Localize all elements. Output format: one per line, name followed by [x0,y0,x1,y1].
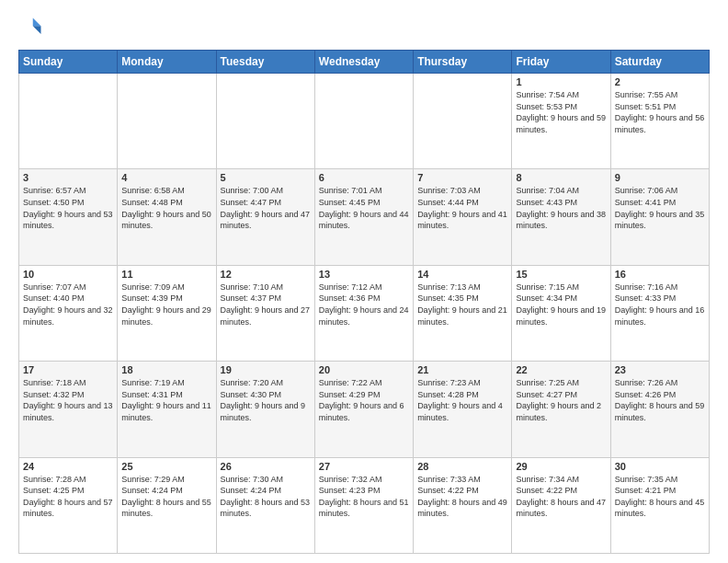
day-number: 29 [516,461,606,472]
day-number: 4 [121,172,211,183]
day-number: 28 [417,461,507,472]
header [18,15,710,40]
day-info: Sunrise: 7:25 AM Sunset: 4:27 PM Dayligh… [516,377,606,423]
day-number: 12 [221,269,311,280]
day-of-week-header: Friday [512,51,610,74]
day-info: Sunrise: 7:35 AM Sunset: 4:21 PM Dayligh… [615,474,705,520]
day-info: Sunrise: 6:58 AM Sunset: 4:48 PM Dayligh… [121,185,211,231]
calendar-cell: 25Sunrise: 7:29 AM Sunset: 4:24 PM Dayli… [118,457,216,553]
day-number: 14 [417,269,507,280]
calendar-cell: 14Sunrise: 7:13 AM Sunset: 4:35 PM Dayli… [414,265,512,361]
calendar-cell: 30Sunrise: 7:35 AM Sunset: 4:21 PM Dayli… [610,457,709,553]
day-info: Sunrise: 7:04 AM Sunset: 4:43 PM Dayligh… [516,185,606,231]
day-number: 27 [319,461,409,472]
day-number: 15 [516,269,606,280]
day-of-week-header: Wednesday [314,51,413,74]
day-number: 5 [221,172,311,183]
calendar-cell: 2Sunrise: 7:55 AM Sunset: 5:51 PM Daylig… [610,74,709,169]
day-info: Sunrise: 7:06 AM Sunset: 4:41 PM Dayligh… [615,185,705,231]
calendar-cell: 23Sunrise: 7:26 AM Sunset: 4:26 PM Dayli… [610,362,709,457]
day-info: Sunrise: 7:29 AM Sunset: 4:24 PM Dayligh… [121,474,211,520]
calendar-cell: 9Sunrise: 7:06 AM Sunset: 4:41 PM Daylig… [610,169,709,265]
calendar-cell: 27Sunrise: 7:32 AM Sunset: 4:23 PM Dayli… [314,457,413,553]
calendar-cell: 20Sunrise: 7:22 AM Sunset: 4:29 PM Dayli… [314,362,413,457]
calendar-week: 1Sunrise: 7:54 AM Sunset: 5:53 PM Daylig… [19,74,710,169]
calendar-week: 3Sunrise: 6:57 AM Sunset: 4:50 PM Daylig… [19,169,710,265]
calendar-cell: 29Sunrise: 7:34 AM Sunset: 4:22 PM Dayli… [512,457,610,553]
day-info: Sunrise: 7:10 AM Sunset: 4:37 PM Dayligh… [221,282,311,327]
calendar-cell [414,74,512,169]
calendar-cell [314,74,413,169]
day-number: 11 [121,269,211,280]
day-info: Sunrise: 7:12 AM Sunset: 4:36 PM Dayligh… [319,282,409,327]
calendar-week: 17Sunrise: 7:18 AM Sunset: 4:32 PM Dayli… [19,362,710,457]
svg-marker-1 [33,26,41,34]
day-info: Sunrise: 7:28 AM Sunset: 4:25 PM Dayligh… [23,474,113,520]
day-number: 30 [615,461,705,472]
day-info: Sunrise: 7:30 AM Sunset: 4:24 PM Dayligh… [221,474,311,520]
day-info: Sunrise: 7:01 AM Sunset: 4:45 PM Dayligh… [319,185,409,231]
day-number: 21 [417,364,507,375]
day-info: Sunrise: 7:20 AM Sunset: 4:30 PM Dayligh… [221,377,311,423]
day-number: 3 [23,172,113,183]
calendar-cell: 28Sunrise: 7:33 AM Sunset: 4:22 PM Dayli… [414,457,512,553]
day-info: Sunrise: 7:55 AM Sunset: 5:51 PM Dayligh… [615,89,705,135]
calendar-cell: 15Sunrise: 7:15 AM Sunset: 4:34 PM Dayli… [512,265,610,361]
day-number: 16 [615,269,705,280]
day-info: Sunrise: 7:26 AM Sunset: 4:26 PM Dayligh… [615,377,705,423]
day-number: 6 [319,172,409,183]
calendar-cell: 7Sunrise: 7:03 AM Sunset: 4:44 PM Daylig… [414,169,512,265]
calendar-cell: 24Sunrise: 7:28 AM Sunset: 4:25 PM Dayli… [19,457,118,553]
calendar-cell: 17Sunrise: 7:18 AM Sunset: 4:32 PM Dayli… [19,362,118,457]
day-info: Sunrise: 7:22 AM Sunset: 4:29 PM Dayligh… [319,377,409,423]
day-info: Sunrise: 7:34 AM Sunset: 4:22 PM Dayligh… [516,474,606,520]
calendar-cell: 1Sunrise: 7:54 AM Sunset: 5:53 PM Daylig… [512,74,610,169]
calendar-cell [118,74,216,169]
calendar-cell: 21Sunrise: 7:23 AM Sunset: 4:28 PM Dayli… [414,362,512,457]
calendar-cell: 10Sunrise: 7:07 AM Sunset: 4:40 PM Dayli… [19,265,118,361]
day-info: Sunrise: 7:54 AM Sunset: 5:53 PM Dayligh… [516,89,606,135]
calendar-cell: 4Sunrise: 6:58 AM Sunset: 4:48 PM Daylig… [118,169,216,265]
day-info: Sunrise: 7:16 AM Sunset: 4:33 PM Dayligh… [615,282,705,327]
day-info: Sunrise: 7:18 AM Sunset: 4:32 PM Dayligh… [23,377,113,423]
day-number: 25 [121,461,211,472]
calendar-table: SundayMondayTuesdayWednesdayThursdayFrid… [18,50,710,554]
day-number: 13 [319,269,409,280]
day-number: 19 [221,364,311,375]
day-number: 24 [23,461,113,472]
calendar-cell: 8Sunrise: 7:04 AM Sunset: 4:43 PM Daylig… [512,169,610,265]
day-number: 8 [516,172,606,183]
calendar-cell: 11Sunrise: 7:09 AM Sunset: 4:39 PM Dayli… [118,265,216,361]
calendar-cell [19,74,118,169]
day-number: 7 [417,172,507,183]
day-of-week-header: Thursday [414,51,512,74]
day-number: 26 [221,461,311,472]
day-number: 9 [615,172,705,183]
calendar-cell: 5Sunrise: 7:00 AM Sunset: 4:47 PM Daylig… [216,169,314,265]
calendar-week: 10Sunrise: 7:07 AM Sunset: 4:40 PM Dayli… [19,265,710,361]
day-of-week-header: Monday [118,51,216,74]
day-number: 18 [121,364,211,375]
day-info: Sunrise: 7:13 AM Sunset: 4:35 PM Dayligh… [417,282,507,327]
day-info: Sunrise: 7:15 AM Sunset: 4:34 PM Dayligh… [516,282,606,327]
day-number: 2 [615,76,705,87]
day-info: Sunrise: 7:03 AM Sunset: 4:44 PM Dayligh… [417,185,507,231]
day-info: Sunrise: 6:57 AM Sunset: 4:50 PM Dayligh… [23,185,113,231]
day-info: Sunrise: 7:19 AM Sunset: 4:31 PM Dayligh… [121,377,211,423]
day-info: Sunrise: 7:00 AM Sunset: 4:47 PM Dayligh… [221,185,311,231]
day-info: Sunrise: 7:09 AM Sunset: 4:39 PM Dayligh… [121,282,211,327]
calendar-cell: 18Sunrise: 7:19 AM Sunset: 4:31 PM Dayli… [118,362,216,457]
day-number: 22 [516,364,606,375]
day-info: Sunrise: 7:32 AM Sunset: 4:23 PM Dayligh… [319,474,409,520]
logo [18,15,48,40]
calendar-cell: 22Sunrise: 7:25 AM Sunset: 4:27 PM Dayli… [512,362,610,457]
day-number: 10 [23,269,113,280]
day-info: Sunrise: 7:33 AM Sunset: 4:22 PM Dayligh… [417,474,507,520]
page: SundayMondayTuesdayWednesdayThursdayFrid… [0,0,728,563]
calendar-cell [216,74,314,169]
calendar-cell: 19Sunrise: 7:20 AM Sunset: 4:30 PM Dayli… [216,362,314,457]
day-info: Sunrise: 7:23 AM Sunset: 4:28 PM Dayligh… [417,377,507,423]
day-number: 23 [615,364,705,375]
calendar-cell: 16Sunrise: 7:16 AM Sunset: 4:33 PM Dayli… [610,265,709,361]
calendar-cell: 13Sunrise: 7:12 AM Sunset: 4:36 PM Dayli… [314,265,413,361]
